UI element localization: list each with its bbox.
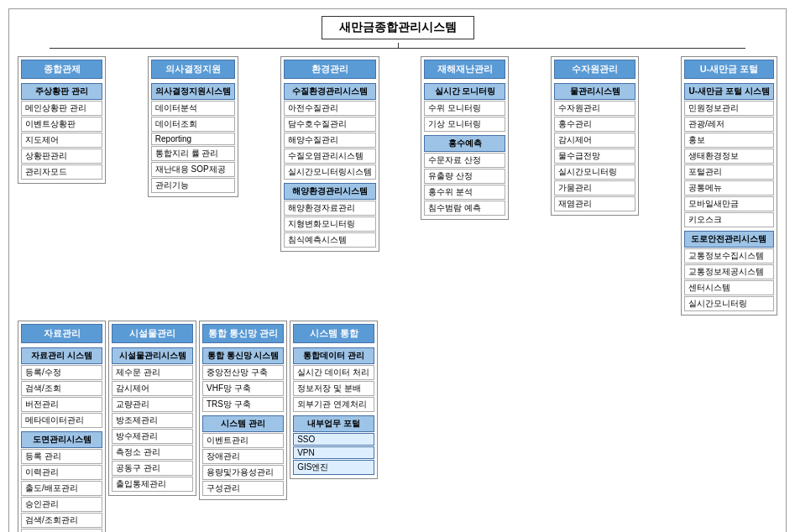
item: 모바일새만금: [684, 196, 774, 211]
subheader-b1-0: 시설물관리시스템: [112, 347, 193, 364]
item: 메인상황판 관리: [21, 101, 102, 116]
item: 관리기능: [151, 178, 235, 193]
col-jonghabgwanje: 종합관제 주상황판 관리 메인상황판 관리 이벤트상황판 지도제어 상황판관리 …: [18, 56, 106, 184]
item: 상황판관리: [21, 149, 102, 164]
subheader-3-1: 홍수예측: [424, 135, 505, 152]
item: 키오스크: [684, 212, 774, 227]
item: 침식예측시스템: [284, 232, 376, 248]
item: 외부기관 연계처리: [293, 397, 374, 412]
item: 이벤트관리: [202, 433, 284, 448]
item: 버전관리: [21, 397, 102, 412]
cat-header-hwangyeong: 환경관리: [284, 60, 376, 79]
item: 해양수질관리: [284, 133, 376, 148]
item: 메타데이터관리: [21, 413, 102, 428]
subheader-b0-0: 자료관리 시스템: [21, 347, 102, 364]
item: VHF망 구축: [202, 381, 284, 396]
item: 교량관리: [112, 397, 193, 412]
item: 검색/조회: [21, 381, 102, 396]
item: 실시간모니터링: [684, 296, 774, 311]
item: 구성관리: [202, 481, 284, 496]
item: 수질오염관리시스템: [284, 149, 376, 164]
col-uisagyeoljeong: 의사결정지원 의사결정지원시스템 데이터분석 데이터조회 Reporting 통…: [148, 56, 238, 197]
root-title: 새만금종합관리시스템: [322, 16, 474, 39]
item: 공통메뉴: [684, 180, 774, 196]
item: 측정소 관리: [112, 445, 193, 460]
item: 침수범람 예측: [424, 201, 505, 216]
subheader-3-0: 실시간 모니터링: [424, 83, 505, 100]
col-usalmangeump: U-새만금 포털 U-새만금 포털 시스템 민원정보관리 관광/레저 홍보 생태…: [681, 56, 777, 316]
subheader-1-0: 의사결정지원시스템: [151, 83, 235, 100]
item: 홍보: [684, 133, 774, 148]
item: 홍수위 분석: [424, 185, 505, 200]
item-vpn: VPN: [293, 446, 374, 459]
item: 해양환경자료관리: [284, 201, 376, 216]
cat-header-uisagyeoljeong: 의사결정지원: [151, 60, 235, 79]
item: 실시간모니터링: [554, 164, 635, 180]
item: 교통정보수집시스템: [684, 248, 774, 263]
item: 데이터조회: [151, 117, 235, 132]
bottom-categories: 자료관리 자료관리 시스템 등록/수정 검색/조회 버전관리 메타데이터관리 도…: [16, 321, 779, 532]
col-system-tonghal: 시스템 통합 통합데이터 관리 실시간 데이터 처리 정보저장 및 분배 외부기…: [290, 321, 378, 479]
item: 생태환경정보: [684, 149, 774, 164]
item: 수위 모니터링: [424, 101, 505, 116]
item: TRS망 구축: [202, 397, 284, 412]
item: 실시간 데이터 처리: [293, 365, 374, 380]
subheader-b3-1: 내부업무 포털: [293, 415, 374, 432]
item: 데이터분석: [151, 101, 235, 116]
cat-header-jaryo: 자료관리: [21, 324, 102, 343]
item: 통합지리 률 관리: [151, 146, 235, 161]
subheader-b2-1: 시스템 관리: [202, 415, 284, 432]
item: 등록/수정: [21, 365, 102, 380]
subheader-0-0: 주상황판 관리: [21, 83, 102, 100]
item: 중앙전산망 구축: [202, 365, 284, 380]
item: 실시간모니터링시스템: [284, 164, 376, 180]
item: 출입통제관리: [112, 477, 193, 492]
col-sujawon: 수자원관리 물관리시스템 수자원관리 홍수관리 감시제어 물수급전망 실시간모니…: [551, 56, 639, 216]
item: 보고서관리: [21, 529, 102, 532]
top-categories: 종합관제 주상황판 관리 메인상황판 관리 이벤트상황판 지도제어 상황판관리 …: [16, 56, 779, 316]
item: 수문자료 산정: [424, 153, 505, 168]
item: 가뭄관리: [554, 180, 635, 196]
col-hwangyeong: 환경관리 수질환경관리시스템 아전수질관리 담수호수질관리 해양수질관리 수질오…: [280, 56, 379, 252]
item: 지형변화모니터링: [284, 216, 376, 232]
subheader-b0-1: 도면관리시스템: [21, 431, 102, 448]
item: 아전수질관리: [284, 101, 376, 116]
item: 관리자모드: [21, 164, 102, 180]
item: 홍수관리: [554, 117, 635, 132]
item: 재염관리: [554, 196, 635, 211]
cat-header-jonghabgwanje: 종합관제: [21, 60, 102, 79]
item: 제수문 관리: [112, 365, 193, 380]
item: 관광/레저: [684, 117, 774, 132]
item: 감시제어: [112, 381, 193, 396]
item: 센터시스템: [684, 280, 774, 295]
cat-header-sisellamul: 시설물관리: [112, 324, 193, 343]
item: 방수제관리: [112, 429, 193, 444]
item: 등록 관리: [21, 449, 102, 464]
cat-header-usalmangeum: U-새만금 포털: [684, 60, 774, 79]
item: 기상 모니터링: [424, 117, 505, 132]
col-tongsinmang: 통합 통신망 관리 통합 통신망 시스템 중앙전산망 구축 VHF망 구축 TR…: [199, 321, 287, 500]
org-chart: 새만금종합관리시스템 종합관제 주상황판 관리 메인상황판 관리 이벤트상황판 …: [8, 8, 787, 532]
item-gis: GIS엔진: [293, 460, 374, 475]
item: Reporting: [151, 133, 235, 145]
cat-header-tongsinmang: 통합 통신망 관리: [202, 324, 284, 343]
item: 공동구 관리: [112, 461, 193, 476]
item: 재난대응 SOP제공: [151, 162, 235, 177]
item: 물수급전망: [554, 149, 635, 164]
subheader-2-0: 수질환경관리시스템: [284, 83, 376, 100]
item: 민원정보관리: [684, 101, 774, 116]
item: 수자원관리: [554, 101, 635, 116]
cat-header-systemtonghal: 시스템 통합: [293, 324, 374, 343]
col-sisellamul: 시설물관리 시설물관리시스템 제수문 관리 감시제어 교량관리 방조제관리 방수…: [108, 321, 196, 496]
item: 담수호수질관리: [284, 117, 376, 132]
subheader-b2-0: 통합 통신망 시스템: [202, 347, 284, 364]
item: 이력관리: [21, 465, 102, 480]
item: 용량및가용성관리: [202, 465, 284, 480]
item: 장애관리: [202, 449, 284, 464]
item: 승인관리: [21, 497, 102, 512]
subheader-5-0: U-새만금 포털 시스템: [684, 83, 774, 100]
cat-header-jaehae: 재해재난관리: [424, 60, 505, 79]
item: 포털관리: [684, 164, 774, 180]
subheader-4-0: 물관리시스템: [554, 83, 635, 100]
item: 교통정보제공시스템: [684, 264, 774, 279]
